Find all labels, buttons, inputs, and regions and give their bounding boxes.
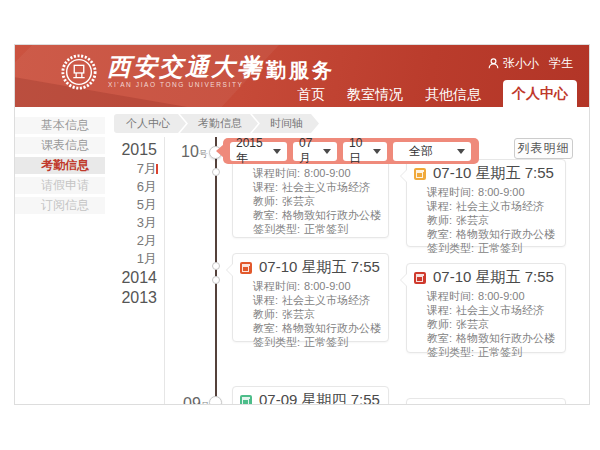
sidebar: 基本信息 课表信息 考勤信息 请假申请 订阅信息 <box>15 117 105 217</box>
card-field: 教师:张芸京 <box>427 317 557 331</box>
user-role: 学生 <box>549 55 573 72</box>
breadcrumb: 个人中心 考勤信息 时间轴 <box>114 114 313 133</box>
day-marker-10: 10号 <box>181 143 208 161</box>
card-fields: 课程时间:8:00-9:00课程:社会主义市场经济教师:张芸京教室:格物致知行政… <box>407 287 565 359</box>
chevron-down-icon <box>373 149 381 154</box>
date-nav-january[interactable]: 1月 <box>100 250 157 268</box>
card-field: 教师:张芸京 <box>253 194 380 208</box>
card-field: 签到类型:正常签到 <box>253 335 380 349</box>
day-number: 10 <box>181 143 199 160</box>
card-fields: 课程时间:8:00-9:00课程:社会主义市场经济教师:张芸京教室:格物致知行政… <box>407 183 565 255</box>
university-name-en: XI'AN JIAO TONG UNIVERSITY <box>108 81 243 88</box>
university-name-zh: 西安交通大学 <box>107 51 263 83</box>
card-field: 签到类型:正常签到 <box>427 345 557 359</box>
card-field: 签到类型:正常签到 <box>253 222 380 236</box>
date-nav: 2015 7月 6月 5月 3月 2月 1月 2014 2013 <box>100 140 157 308</box>
calendar-icon <box>414 168 426 180</box>
date-nav-february[interactable]: 2月 <box>100 232 157 250</box>
top-navigation: 首页 教室情况 其他信息 个人中心 <box>286 80 577 107</box>
card-pointer <box>401 170 407 182</box>
date-nav-march[interactable]: 3月 <box>100 214 157 232</box>
attendance-card <box>406 398 566 405</box>
card-field: 教室:格物致知行政办公楼 <box>427 227 557 241</box>
card-datetime: 07-09 星期四 7:55 <box>259 391 380 405</box>
sidebar-item-leave-request[interactable]: 请假申请 <box>15 177 105 194</box>
day-number: 09 <box>183 395 201 405</box>
date-nav-2015[interactable]: 2015 <box>100 140 157 160</box>
year-dropdown[interactable]: 2015年 <box>230 142 287 161</box>
card-pointer <box>401 274 407 286</box>
nav-item-other-info[interactable]: 其他信息 <box>425 81 481 107</box>
card-field: 课程时间:8:00-9:00 <box>427 289 557 303</box>
month-dropdown-value: 07月 <box>299 136 317 167</box>
card-fields: 课程时间:8:00-9:00课程:社会主义市场经济教师:张芸京教室:格物致知行政… <box>233 277 388 349</box>
category-dropdown[interactable]: 全部 <box>393 142 471 161</box>
attendance-card: 07-10 星期五 7:55 课程时间:8:00-9:00课程:社会主义市场经济… <box>232 253 389 342</box>
filter-pointer-arrow <box>216 144 224 158</box>
date-nav-june[interactable]: 6月 <box>100 178 157 196</box>
date-nav-2013[interactable]: 2013 <box>100 288 157 308</box>
card-fields: 课程时间:8:00-9:00课程:社会主义市场经济教师:张芸京教室:格物致知行政… <box>233 158 388 236</box>
timeline-node[interactable] <box>212 276 220 284</box>
nav-tab-personal-center-active[interactable]: 个人中心 <box>503 80 577 107</box>
card-field: 课程时间:8:00-9:00 <box>427 185 557 199</box>
year-dropdown-value: 2015年 <box>236 136 267 167</box>
card-datetime: 07-10 星期五 7:55 <box>433 164 554 183</box>
category-dropdown-value: 全部 <box>409 143 433 160</box>
filter-bar: 2015年 07月 10日 全部 <box>223 138 479 164</box>
card-field: 课程时间:8:00-9:00 <box>253 279 380 293</box>
user-menu[interactable]: 张小小 学生 <box>488 55 573 72</box>
card-datetime: 07-10 星期五 7:55 <box>433 268 554 287</box>
sidebar-item-attendance-info[interactable]: 考勤信息 <box>15 157 105 174</box>
card-field: 课程:社会主义市场经济 <box>427 303 557 317</box>
user-icon <box>488 58 499 69</box>
nav-item-home[interactable]: 首页 <box>297 81 325 107</box>
card-field: 教室:格物致知行政办公楼 <box>253 321 380 335</box>
chevron-down-icon <box>273 149 281 154</box>
date-nav-may[interactable]: 5月 <box>100 196 157 214</box>
card-header: 07-09 星期四 7:55 <box>233 387 388 405</box>
sidebar-item-subscription-info[interactable]: 订阅信息 <box>15 197 105 214</box>
timeline-node[interactable] <box>209 396 222 405</box>
timeline-node[interactable] <box>212 168 220 176</box>
calendar-icon <box>240 262 252 274</box>
user-name: 张小小 <box>503 55 539 72</box>
card-field: 课程:社会主义市场经济 <box>427 199 557 213</box>
date-nav-divider <box>164 137 165 405</box>
timeline-axis <box>215 137 217 405</box>
card-field: 教师:张芸京 <box>253 307 380 321</box>
main-content: 基本信息 课表信息 考勤信息 请假申请 订阅信息 个人中心 考勤信息 时间轴 2… <box>15 107 589 405</box>
chevron-down-icon <box>457 149 465 154</box>
day-suffix: 号 <box>199 149 208 159</box>
list-detail-button[interactable]: 列表明细 <box>514 138 573 159</box>
app-window: 西安交通大学 XI'AN JIAO TONG UNIVERSITY 考勤服务 张… <box>14 44 590 405</box>
card-field: 教室:格物致知行政办公楼 <box>253 208 380 222</box>
card-field: 课程:社会主义市场经济 <box>253 180 380 194</box>
day-dropdown[interactable]: 10日 <box>343 142 387 161</box>
university-logo-icon <box>60 53 98 91</box>
attendance-card: 07-10 星期五 7:55 课程时间:8:00-9:00课程:社会主义市场经济… <box>406 263 566 353</box>
card-header: 07-10 星期五 7:55 <box>233 254 388 277</box>
sidebar-item-basic-info[interactable]: 基本信息 <box>15 117 105 134</box>
calendar-icon <box>240 395 252 406</box>
card-datetime: 07-10 星期五 7:55 <box>259 258 380 277</box>
day-marker-09: 09号 <box>183 395 210 405</box>
date-nav-july-current[interactable]: 7月 <box>100 160 157 178</box>
card-pointer <box>227 264 233 276</box>
day-suffix: 号 <box>201 401 210 405</box>
nav-item-classrooms[interactable]: 教室情况 <box>347 81 403 107</box>
day-dropdown-value: 10日 <box>349 136 367 167</box>
breadcrumb-attendance-info[interactable]: 考勤信息 <box>180 114 258 133</box>
card-field: 课程:社会主义市场经济 <box>253 293 380 307</box>
breadcrumb-timeline[interactable]: 时间轴 <box>252 114 319 133</box>
card-field: 教室:格物致知行政办公楼 <box>427 331 557 345</box>
date-nav-2014[interactable]: 2014 <box>100 268 157 288</box>
breadcrumb-personal-center[interactable]: 个人中心 <box>114 114 186 133</box>
card-header: 07-10 星期五 7:55 <box>407 264 565 287</box>
sidebar-item-schedule-info[interactable]: 课表信息 <box>15 137 105 154</box>
attendance-card: 07-09 星期四 7:55 <box>232 386 389 405</box>
month-dropdown[interactable]: 07月 <box>293 142 337 161</box>
card-field: 课程时间:8:00-9:00 <box>253 166 380 180</box>
timeline-node[interactable] <box>212 262 220 270</box>
calendar-icon <box>414 272 426 284</box>
